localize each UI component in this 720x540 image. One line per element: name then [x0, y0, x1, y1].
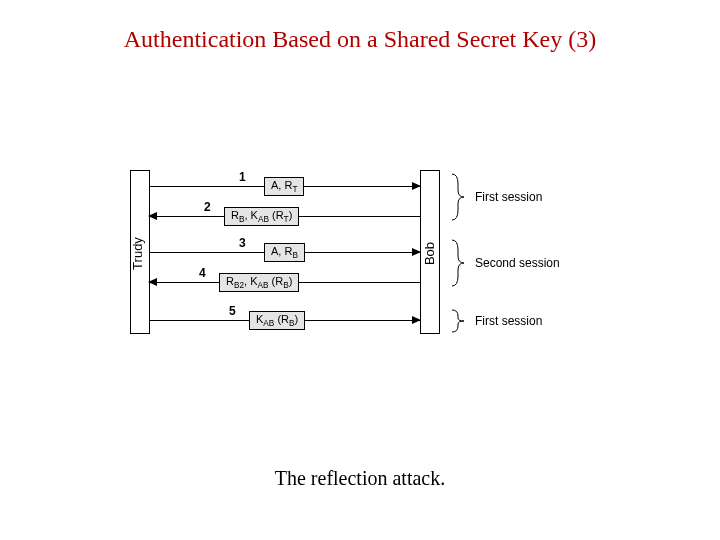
arrow-right-icon: [412, 248, 421, 256]
brace-icon: [450, 238, 470, 288]
message-5-num: 5: [229, 304, 236, 318]
arrow-right-icon: [412, 182, 421, 190]
arrow-left-icon: [148, 278, 157, 286]
session-3-label: First session: [475, 314, 542, 328]
brace-icon: [450, 172, 470, 222]
message-4-num: 4: [199, 266, 206, 280]
message-1-payload: A, RT: [264, 177, 304, 196]
message-3: 3 A, RB: [149, 252, 420, 253]
party-trudy: Trudy: [130, 170, 150, 334]
page-title: Authentication Based on a Shared Secret …: [0, 26, 720, 53]
message-1-num: 1: [239, 170, 246, 184]
arrow-left-icon: [148, 212, 157, 220]
brace-icon: [450, 308, 470, 334]
message-3-payload: A, RB: [264, 243, 305, 262]
reflection-attack-diagram: Trudy Bob 1 A, RT 2 RB, KAB (RT) 3 A, RB…: [130, 160, 610, 360]
message-4: 4 RB2, KAB (RB): [149, 282, 420, 283]
message-3-num: 3: [239, 236, 246, 250]
message-5: 5 KAB (RB): [149, 320, 420, 321]
message-5-payload: KAB (RB): [249, 311, 305, 330]
message-4-payload: RB2, KAB (RB): [219, 273, 299, 292]
message-2-payload: RB, KAB (RT): [224, 207, 299, 226]
session-1-label: First session: [475, 190, 542, 204]
message-1: 1 A, RT: [149, 186, 420, 187]
session-2-label: Second session: [475, 256, 560, 270]
arrow-right-icon: [412, 316, 421, 324]
party-trudy-label: Trudy: [130, 237, 145, 270]
message-2-num: 2: [204, 200, 211, 214]
party-bob: Bob: [420, 170, 440, 334]
caption: The reflection attack.: [0, 467, 720, 490]
party-bob-label: Bob: [422, 242, 437, 265]
message-2: 2 RB, KAB (RT): [149, 216, 420, 217]
